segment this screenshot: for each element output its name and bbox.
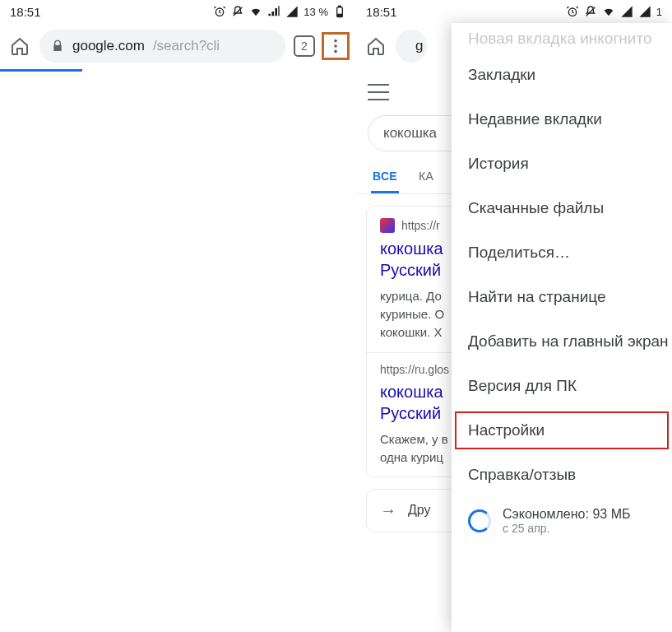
- menu-find-in-page[interactable]: Найти на странице: [452, 275, 672, 319]
- menu-recent-tabs[interactable]: Недавние вкладки: [452, 97, 672, 142]
- menu-bookmarks[interactable]: Закладки: [452, 53, 672, 97]
- chrome-overflow-menu: Новая вкладка инкогнито Закладки Недавни…: [452, 23, 672, 632]
- browser-toolbar: google.com/search?cli 2: [0, 23, 356, 69]
- svg-point-6: [334, 50, 337, 53]
- more-menu-button[interactable]: [323, 34, 348, 58]
- phone-right: 18:51 1 g кокошка ВСЕ КА: [356, 0, 672, 632]
- google-menu-button[interactable]: [368, 84, 389, 100]
- result-source-url: https://r: [401, 219, 440, 232]
- svg-rect-2: [339, 6, 341, 7]
- menu-ghost-header: Новая вкладка инкогнито: [452, 30, 672, 53]
- svg-point-5: [334, 44, 337, 48]
- status-icons: 1: [566, 5, 662, 18]
- url-host: google.com: [72, 38, 145, 54]
- signal-icon-2: [638, 5, 651, 18]
- status-icons: 13 %: [213, 5, 346, 18]
- signal-icon: [620, 5, 633, 18]
- url-short: g: [415, 38, 423, 54]
- more-vertical-icon: [327, 37, 345, 55]
- wifi-icon: [602, 5, 615, 18]
- alarm-icon: [213, 5, 226, 18]
- status-time: 18:51: [10, 5, 41, 19]
- menu-add-to-homescreen[interactable]: Добавить на главный экран: [452, 319, 672, 364]
- menu-desktop-site[interactable]: Версия для ПК: [452, 364, 672, 408]
- search-value: кокошка: [383, 125, 437, 142]
- mute-icon: [584, 5, 597, 18]
- url-bar[interactable]: google.com/search?cli: [39, 30, 285, 63]
- mute-icon: [231, 5, 244, 18]
- menu-data-saver[interactable]: Сэкономлено: 93 МБ с 25 апр.: [452, 497, 672, 541]
- data-saver-line1: Сэкономлено: 93 МБ: [503, 507, 630, 522]
- home-icon: [10, 36, 30, 56]
- svg-point-4: [334, 40, 337, 43]
- wifi-icon: [249, 5, 262, 18]
- menu-downloads[interactable]: Скачанные файлы: [452, 186, 672, 230]
- phone-left: 18:51 13 % google.com/search?cli 2: [0, 0, 356, 632]
- arrow-right-icon: →: [380, 501, 396, 520]
- lock-icon: [51, 40, 64, 53]
- tab-all[interactable]: ВСЕ: [371, 161, 399, 193]
- home-button[interactable]: [364, 35, 387, 58]
- battery-icon: [333, 5, 346, 18]
- tab-images[interactable]: КА: [417, 161, 435, 193]
- home-icon: [366, 36, 386, 56]
- menu-share[interactable]: Поделиться…: [452, 230, 672, 275]
- url-bar[interactable]: g: [396, 30, 427, 63]
- battery-pct: 13 %: [304, 6, 328, 18]
- signal-icon-2: [285, 5, 299, 18]
- signal-icon: [267, 5, 280, 18]
- tab-count: 2: [301, 40, 308, 53]
- svg-rect-3: [337, 14, 341, 16]
- status-time: 18:51: [366, 5, 397, 19]
- status-bar-right: 18:51 1: [356, 0, 672, 23]
- others-label: Дру: [408, 503, 431, 518]
- result-favicon-icon: [380, 218, 395, 233]
- url-query: /search?cli: [153, 38, 220, 54]
- menu-help-feedback[interactable]: Справка/отзыв: [452, 453, 672, 497]
- alarm-icon: [566, 5, 579, 18]
- battery-pct-2: 1: [656, 6, 662, 18]
- data-saver-line2: с 25 апр.: [503, 522, 630, 535]
- menu-settings[interactable]: Настройки: [452, 408, 672, 453]
- page-load-progress: [0, 69, 356, 72]
- data-saver-gauge-icon: [468, 509, 491, 532]
- menu-history[interactable]: История: [452, 142, 672, 186]
- tab-switcher-button[interactable]: 2: [294, 35, 315, 57]
- status-bar: 18:51 13 %: [0, 0, 356, 23]
- home-button[interactable]: [8, 35, 31, 58]
